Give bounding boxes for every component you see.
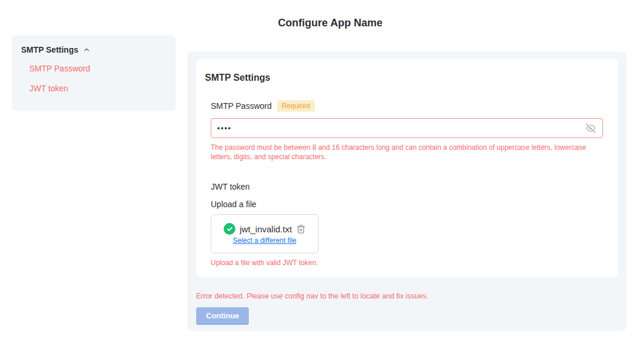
sidebar-item-jwt-token[interactable]: JWT token [29, 83, 166, 94]
required-badge: Required [277, 100, 315, 112]
config-nav-sidebar: SMTP Settings SMTP Password JWT token [12, 35, 176, 111]
file-name: jwt_invalid.txt [239, 224, 292, 234]
select-different-file-link[interactable]: Select a different file [233, 236, 297, 245]
jwt-token-error: Upload a file with valid JWT token. [211, 258, 597, 267]
smtp-password-input-wrap [211, 118, 603, 138]
jwt-token-label: JWT token [211, 181, 603, 192]
chevron-up-icon [83, 46, 91, 54]
uploaded-file-card: jwt_invalid.txt Select a different file [211, 214, 318, 253]
sidebar-section-smtp-settings[interactable]: SMTP Settings [21, 45, 166, 54]
smtp-settings-card: SMTP Settings SMTP Password Required [196, 59, 618, 277]
smtp-password-input[interactable] [217, 124, 586, 132]
sidebar-section-label: SMTP Settings [21, 45, 78, 54]
jwt-token-field: JWT token Upload a file jwt_invalid.txt [211, 181, 603, 267]
card-title: SMTP Settings [205, 72, 609, 83]
sidebar-item-smtp-password[interactable]: SMTP Password [29, 63, 166, 74]
smtp-password-label: SMTP Password [211, 101, 272, 111]
settings-form: SMTP Password Required The password must… [211, 100, 603, 267]
page-title: Configure App Name [23, 17, 637, 29]
smtp-password-field: SMTP Password Required The password must… [211, 100, 603, 162]
check-circle-icon [224, 223, 235, 235]
eye-off-icon[interactable] [586, 123, 595, 133]
upload-a-file-label: Upload a file [211, 199, 603, 210]
smtp-password-error: The password must be between 8 and 16 ch… [211, 143, 597, 162]
config-panel: SMTP Settings SMTP Password Required [187, 51, 626, 331]
continue-button[interactable]: Continue [196, 307, 249, 324]
trash-icon[interactable] [296, 224, 306, 234]
form-error-message: Error detected. Please use config nav to… [196, 291, 618, 301]
